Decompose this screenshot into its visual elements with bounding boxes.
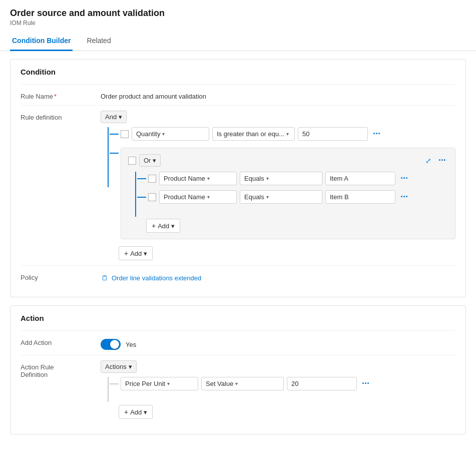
action-add-chevron: ▾ <box>144 408 147 416</box>
collapse-icon[interactable]: ⤢ <box>425 157 431 165</box>
action-add-wrap: + Add ▾ <box>119 403 455 419</box>
product-name-1-value-input[interactable] <box>325 172 395 185</box>
or-chevron-icon: ▾ <box>153 157 156 164</box>
quantity-chevron-icon: ▾ <box>162 131 165 137</box>
action-section: Action Add Action Yes Action Rule Defini… <box>10 305 466 434</box>
rule-name-value: Order product and amount validation <box>101 90 455 100</box>
quantity-field-dropdown[interactable]: Quantity ▾ <box>132 127 209 141</box>
product-name-2-more-button[interactable]: ··· <box>398 192 410 202</box>
product-name-2-checkbox[interactable] <box>148 193 156 201</box>
product-name-2-fields: Product Name ▾ Equals ▾ <box>159 190 410 204</box>
price-per-unit-value-input[interactable] <box>287 377 357 390</box>
add-action-row: Add Action Yes <box>21 330 455 355</box>
top-add-wrap: + Add ▾ <box>119 244 455 260</box>
product-name-2-operator: Equals <box>244 193 264 201</box>
price-per-unit-row: Price Per Unit ▾ Set Value ▾ ··· <box>110 377 455 390</box>
toggle-container: Yes <box>101 339 455 350</box>
page-subtitle: IOM Rule <box>10 20 466 27</box>
quantity-condition-row: Quantity ▾ Is greater than or equ... ▾ ·… <box>110 127 455 141</box>
quantity-operator-dropdown[interactable]: Is greater than or equ... ▾ <box>212 127 295 141</box>
action-rule-definition-row: Action Rule Definition Actions ▾ Price P… <box>21 355 455 424</box>
action-conditions-wrap: Price Per Unit ▾ Set Value ▾ ··· <box>101 377 455 402</box>
h-connector-ppu <box>110 383 119 384</box>
or-add-label: Add <box>158 222 169 230</box>
top-conditions-wrap: Quantity ▾ Is greater than or equ... ▾ ·… <box>101 127 455 241</box>
policy-link-text: Order line validations extended <box>112 274 201 282</box>
and-chevron-icon: ▾ <box>119 113 122 121</box>
conditions-block: Quantity ▾ Is greater than or equ... ▾ ·… <box>110 127 455 241</box>
rule-definition-container: And ▾ Quantity ▾ <box>101 111 455 260</box>
or-conditions-wrap: Product Name ▾ Equals ▾ <box>128 172 448 217</box>
rule-definition-row: Rule definition And ▾ <box>21 105 455 265</box>
product-name-1-checkbox[interactable] <box>148 175 156 183</box>
condition-section-title: Condition <box>21 68 455 76</box>
tab-condition-builder[interactable]: Condition Builder <box>10 32 73 51</box>
quantity-field-label: Quantity <box>136 130 160 138</box>
product-name-1-more-button[interactable]: ··· <box>398 173 410 184</box>
quantity-operator-label: Is greater than or equ... <box>217 130 284 138</box>
product-name-2-field-dropdown[interactable]: Product Name ▾ <box>159 190 237 204</box>
price-per-unit-operator: Set Value <box>206 380 233 387</box>
quantity-more-button[interactable]: ··· <box>371 129 382 139</box>
policy-label: Policy <box>21 271 101 281</box>
and-operator-dropdown[interactable]: And ▾ <box>101 111 127 123</box>
price-per-unit-op-chevron: ▾ <box>235 381 238 386</box>
or-v-connector <box>135 172 136 217</box>
h-connector-quantity <box>110 134 119 135</box>
tab-related[interactable]: Related <box>85 32 113 51</box>
product-name-2-value-input[interactable] <box>325 190 395 204</box>
price-per-unit-operator-dropdown[interactable]: Set Value ▾ <box>201 377 284 390</box>
product-name-2-op-chevron: ▾ <box>266 194 269 200</box>
price-per-unit-fields: Price Per Unit ▾ Set Value ▾ ··· <box>121 377 371 390</box>
quantity-value-input[interactable] <box>298 127 368 141</box>
product-name-2-chevron: ▾ <box>207 194 210 200</box>
or-group-header-left: Or ▾ <box>128 154 161 167</box>
action-add-button[interactable]: + Add ▾ <box>119 405 153 419</box>
rule-name-label: Rule Name* <box>21 90 101 100</box>
action-section-title: Action <box>21 314 455 322</box>
actions-operator-label: Actions <box>105 363 127 370</box>
or-add-plus-icon: + <box>152 222 156 230</box>
page-header: Order source and amount validation IOM R… <box>0 0 476 30</box>
action-add-plus-icon: + <box>124 408 128 416</box>
price-per-unit-more-button[interactable]: ··· <box>360 378 371 389</box>
price-per-unit-chevron: ▾ <box>167 381 170 386</box>
action-conditions-list: Price Per Unit ▾ Set Value ▾ ··· <box>110 377 455 395</box>
product-name-1-operator: Equals <box>244 175 264 182</box>
condition-section: Condition Rule Name* Order product and a… <box>10 59 466 297</box>
or-group: Or ▾ ⤢ ··· <box>121 148 455 239</box>
product-name-1-chevron: ▾ <box>207 176 210 181</box>
add-action-value: Yes <box>101 336 455 350</box>
or-group-more-button[interactable]: ··· <box>436 155 448 166</box>
or-group-checkbox[interactable] <box>128 157 136 165</box>
rule-definition-label: Rule definition <box>21 111 101 121</box>
policy-link[interactable]: 🗒 Order line validations extended <box>101 274 455 282</box>
quantity-checkbox[interactable] <box>121 130 129 138</box>
actions-operator-dropdown[interactable]: Actions ▾ <box>101 360 137 373</box>
product-name-row-2: Product Name ▾ Equals ▾ <box>137 190 448 204</box>
or-group-actions: ⤢ ··· <box>425 155 448 166</box>
h-connector-or <box>110 153 119 154</box>
tabs: Condition Builder Related <box>0 32 476 51</box>
or-operator-dropdown[interactable]: Or ▾ <box>139 154 161 167</box>
or-add-chevron: ▾ <box>171 222 175 230</box>
action-v-connector <box>108 377 109 402</box>
add-action-toggle[interactable] <box>101 339 121 350</box>
toggle-thumb <box>110 340 119 349</box>
action-rule-container: Actions ▾ Price Per Unit ▾ <box>101 360 455 419</box>
required-indicator: * <box>54 93 57 100</box>
price-per-unit-label: Price Per Unit <box>125 380 165 387</box>
quantity-operator-chevron: ▾ <box>286 131 289 137</box>
product-name-1-fields: Product Name ▾ Equals ▾ <box>159 172 410 185</box>
or-add-button[interactable]: + Add ▾ <box>146 219 180 233</box>
or-conditions-list: Product Name ▾ Equals ▾ <box>137 172 448 209</box>
condition-add-button[interactable]: + Add ▾ <box>119 246 153 260</box>
price-per-unit-field-dropdown[interactable]: Price Per Unit ▾ <box>121 377 198 390</box>
condition-add-plus-icon: + <box>124 249 128 257</box>
product-name-1-field-dropdown[interactable]: Product Name ▾ <box>159 172 237 185</box>
product-name-1-operator-dropdown[interactable]: Equals ▾ <box>240 172 322 185</box>
action-rule-label: Action Rule Definition <box>21 360 101 378</box>
product-name-2-operator-dropdown[interactable]: Equals ▾ <box>240 190 322 204</box>
rule-name-row: Rule Name* Order product and amount vali… <box>21 84 455 105</box>
action-add-label: Add <box>130 408 142 416</box>
